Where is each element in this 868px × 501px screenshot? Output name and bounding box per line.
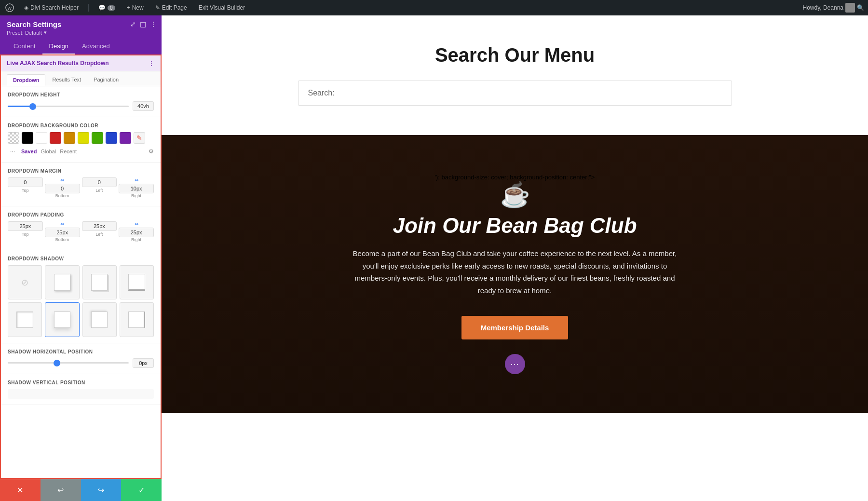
- color-swatch-edit[interactable]: ✎: [134, 132, 145, 144]
- margin-top-group: Top: [8, 177, 43, 198]
- shadow-option-5[interactable]: [45, 302, 79, 337]
- shadow-horiz-value[interactable]: 0px: [133, 358, 154, 368]
- shadow-option-4[interactable]: [8, 302, 42, 337]
- shadow-option-3[interactable]: [120, 265, 154, 299]
- margin-bottom-group: ⇔ Bottom: [45, 177, 80, 198]
- new-button[interactable]: + New: [124, 0, 147, 15]
- split-view-icon[interactable]: ◫: [140, 20, 146, 28]
- edit-page-button[interactable]: ✎ Edit Page: [152, 0, 190, 15]
- tab-advanced[interactable]: Advanced: [75, 39, 117, 54]
- panel-content: Live AJAX Search Results Dropdown ⋮ Drop…: [0, 54, 162, 479]
- plus-icon: +: [127, 4, 130, 11]
- dropdown-height-track: [8, 106, 129, 107]
- sub-tab-dropdown[interactable]: Dropdown: [7, 74, 45, 86]
- more-options-icon[interactable]: ⋮: [150, 20, 157, 28]
- color-swatch-orange[interactable]: [64, 132, 75, 144]
- hero-inner: ☕ Join Our Bean Bag Club Become a part o…: [346, 181, 684, 374]
- dropdown-bg-color-section: Dropdown Background Color ✎ ··· Saved: [1, 117, 161, 162]
- padding-left-input[interactable]: [82, 221, 117, 231]
- margin-right-group: ⇔ Right: [119, 177, 154, 198]
- shadow-option-2[interactable]: [82, 265, 117, 299]
- margin-bottom-input[interactable]: [45, 184, 80, 193]
- padding-link-icon-2[interactable]: ⇔: [135, 221, 138, 227]
- shadow-horiz-label: Shadow Horizontal Position: [8, 349, 154, 354]
- margin-left-input[interactable]: [82, 177, 117, 187]
- cancel-button[interactable]: ✕: [0, 479, 41, 501]
- tab-content[interactable]: Content: [7, 39, 42, 54]
- save-button[interactable]: ✓: [121, 479, 162, 501]
- padding-link-icon-1[interactable]: ⇔: [60, 221, 64, 227]
- color-swatch-black[interactable]: [22, 132, 33, 144]
- color-swatch-purple[interactable]: [120, 132, 131, 144]
- search-box[interactable]: Search:: [298, 81, 732, 106]
- dropdown-bg-color-label: Dropdown Background Color: [8, 123, 154, 128]
- shadow-horiz-slider-row: 0px: [8, 358, 154, 368]
- padding-left-group: Left: [82, 221, 117, 242]
- hero-dots-button[interactable]: ···: [505, 354, 525, 374]
- color-dots-icon[interactable]: ···: [8, 147, 17, 156]
- color-settings-icon[interactable]: ⚙: [149, 148, 154, 155]
- bottom-toolbar: ✕ ↩ ↪ ✓: [0, 479, 162, 501]
- shadow-vert-section: Shadow Vertical Position: [1, 374, 161, 405]
- shadow-option-7[interactable]: [120, 302, 154, 337]
- exit-visual-builder-button[interactable]: Exit Visual Builder: [196, 0, 248, 15]
- margin-link-icon-1[interactable]: ⇔: [60, 177, 64, 183]
- panel-header: Search Settings Preset: Default ▾ ⤢ ◫ ⋮: [0, 15, 162, 39]
- undo-button[interactable]: ↩: [41, 479, 81, 501]
- dropdown-height-section: Dropdown Height 40vh: [1, 86, 161, 117]
- wp-logo-icon[interactable]: W: [4, 2, 15, 14]
- fullscreen-icon[interactable]: ⤢: [130, 20, 136, 28]
- dropdown-height-thumb[interactable]: [29, 103, 36, 110]
- avatar: [845, 3, 855, 13]
- margin-link-icon-2[interactable]: ⇔: [135, 177, 138, 183]
- padding-bottom-input[interactable]: [45, 228, 80, 237]
- dropdown-height-slider-row: 40vh: [8, 101, 154, 111]
- panel-preset: Preset: Default ▾: [7, 29, 155, 36]
- padding-inputs: Top ⇔ Bottom Left ⇔: [8, 221, 154, 242]
- preset-chevron-icon[interactable]: ▾: [44, 29, 47, 36]
- color-tab-recent[interactable]: Recent: [60, 149, 77, 154]
- sub-tab-pagination[interactable]: Pagination: [88, 74, 124, 86]
- dropdown-height-value[interactable]: 40vh: [133, 101, 154, 111]
- shadow-none-icon: ⊘: [21, 277, 28, 288]
- color-tabs: ··· Saved Global Recent ⚙: [8, 147, 154, 156]
- color-tab-saved[interactable]: Saved: [21, 149, 37, 154]
- dropdown-shadow-label: Dropdown Shadow: [8, 256, 154, 261]
- dropdown-height-label: Dropdown Height: [8, 92, 154, 97]
- shadow-option-none[interactable]: ⊘: [8, 265, 42, 299]
- shadow-vert-placeholder: [8, 389, 154, 399]
- padding-bottom-group: ⇔ Bottom: [45, 221, 80, 242]
- dropdown-shadow-section: Dropdown Shadow ⊘: [1, 250, 161, 343]
- color-swatch-red[interactable]: [50, 132, 61, 144]
- padding-top-input[interactable]: [8, 221, 43, 231]
- color-swatch-blue[interactable]: [106, 132, 117, 144]
- padding-right-input[interactable]: [119, 228, 154, 237]
- margin-left-group: Left: [82, 177, 117, 198]
- color-swatch-transparent[interactable]: [8, 132, 19, 144]
- panel-header-icons: ⤢ ◫ ⋮: [130, 20, 157, 28]
- color-swatch-green[interactable]: [92, 132, 103, 144]
- shadow-option-6[interactable]: [82, 302, 117, 337]
- shadow-preview-1: [54, 274, 71, 291]
- search-heading: Search Our Menu: [171, 44, 858, 66]
- margin-right-input[interactable]: [119, 184, 154, 193]
- color-swatch-yellow[interactable]: [78, 132, 89, 144]
- comments-link[interactable]: 💬 0: [95, 0, 118, 15]
- margin-top-input[interactable]: [8, 177, 43, 187]
- tab-design[interactable]: Design: [42, 39, 75, 54]
- divi-search-helper-link[interactable]: ◈ Divi Search Helper: [21, 0, 81, 15]
- left-panel: Search Settings Preset: Default ▾ ⤢ ◫ ⋮ …: [0, 15, 162, 501]
- admin-bar-search-icon[interactable]: 🔍: [857, 4, 864, 11]
- shadow-preview-5: [54, 311, 71, 328]
- dropdown-margin-label: Dropdown Margin: [8, 168, 154, 174]
- shadow-grid: ⊘: [8, 265, 154, 337]
- shadow-horiz-thumb[interactable]: [54, 360, 60, 366]
- module-options-icon[interactable]: ⋮: [148, 59, 155, 67]
- color-tab-global[interactable]: Global: [41, 149, 56, 154]
- sub-tab-results-text[interactable]: Results Text: [46, 74, 87, 86]
- shadow-option-1[interactable]: [45, 265, 79, 299]
- color-swatch-white[interactable]: [36, 132, 47, 144]
- coffee-icon: ☕: [346, 181, 684, 209]
- membership-details-button[interactable]: Membership Details: [461, 316, 569, 339]
- redo-button[interactable]: ↪: [81, 479, 122, 501]
